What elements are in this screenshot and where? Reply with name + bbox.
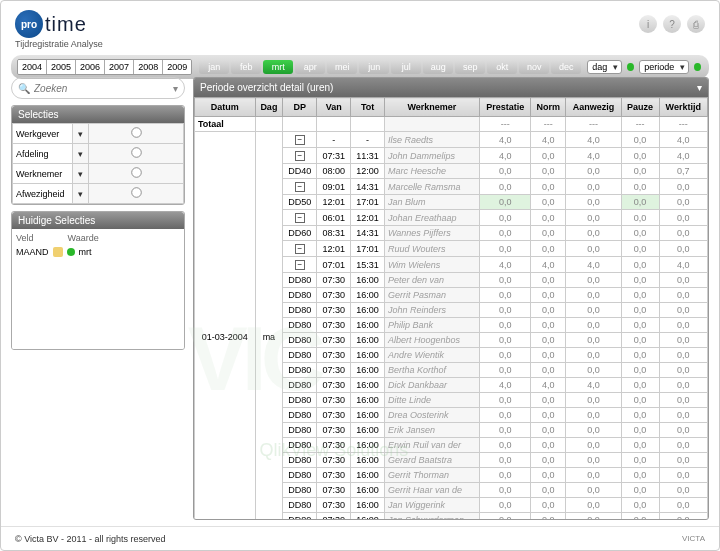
collapse-icon[interactable]: − [295,260,305,270]
month-aug[interactable]: aug [423,60,453,74]
collapse-icon[interactable]: − [295,135,305,145]
radio-Afdeling[interactable] [89,144,184,164]
help-icon[interactable]: ? [663,15,681,33]
werktijd: 0,0 [659,226,708,241]
prestatie: 0,0 [479,273,530,288]
month-mei[interactable]: mei [327,60,357,74]
werktijd: 0,0 [659,498,708,513]
year-2005[interactable]: 2005 [47,60,76,74]
aanwezig: 0,0 [566,483,621,498]
col-Werktijd[interactable]: Werktijd [659,98,708,117]
collapse-icon[interactable]: − [295,182,305,192]
col-Aanwezig[interactable]: Aanwezig [566,98,621,117]
period-dropdown[interactable]: periode [639,60,689,74]
month-jun[interactable]: jun [359,60,389,74]
employee-name: Albert Hoogenbos [384,333,479,348]
search-box[interactable]: 🔍 ▾ [11,77,185,99]
tot-cell: 16:00 [351,453,385,468]
sel-Afwezigheid[interactable]: Afwezigheid [13,184,73,204]
selecties-panel: Selecties Werkgever▾Afdeling▾Werknemer▾A… [11,105,185,205]
col-veld: Veld [16,233,34,243]
col-Van[interactable]: Van [317,98,351,117]
dropdown-icon[interactable]: ▾ [73,164,89,184]
dropdown-icon[interactable]: ▾ [73,144,89,164]
table-row[interactable]: 01-03-2004ma−--Ilse Raedts4,04,04,00,04,… [195,132,708,148]
dropdown-icon[interactable]: ▾ [173,83,178,94]
dp-cell: DD40 [283,164,317,179]
month-jul[interactable]: jul [391,60,421,74]
view-mode-dropdown[interactable]: dag [587,60,622,74]
month-jan[interactable]: jan [199,60,229,74]
dropdown-icon[interactable]: ▾ [73,124,89,144]
radio-Afwezigheid[interactable] [89,184,184,204]
month-okt[interactable]: okt [487,60,517,74]
dp-cell: − [283,241,317,257]
panel-menu-icon[interactable]: ▾ [697,82,702,93]
dropdown-icon[interactable]: ▾ [73,184,89,204]
tot-cell: 16:00 [351,288,385,303]
pauze: 0,0 [621,333,659,348]
col-Werknemer[interactable]: Werknemer [384,98,479,117]
month-dec[interactable]: dec [551,60,581,74]
prestatie: 0,0 [479,468,530,483]
logo-badge: pro [15,10,43,38]
collapse-icon[interactable]: − [295,213,305,223]
col-Prestatie[interactable]: Prestatie [479,98,530,117]
veld-value: MAAND [16,247,49,257]
month-nov[interactable]: nov [519,60,549,74]
aanwezig: 4,0 [566,132,621,148]
collapse-icon[interactable]: − [295,244,305,254]
collapse-icon[interactable]: − [295,151,305,161]
norm: 4,0 [531,378,566,393]
prestatie: 0,0 [479,195,530,210]
werktijd: 4,0 [659,132,708,148]
col-Pauze[interactable]: Pauze [621,98,659,117]
year-2008[interactable]: 2008 [134,60,163,74]
col-Dag[interactable]: Dag [255,98,282,117]
van-cell: 07:30 [317,423,351,438]
col-Tot[interactable]: Tot [351,98,385,117]
sel-Afdeling[interactable]: Afdeling [13,144,73,164]
aanwezig: 0,0 [566,393,621,408]
green-dot-icon [67,248,75,256]
year-2009[interactable]: 2009 [163,60,192,74]
norm: 0,0 [531,273,566,288]
prestatie: 0,0 [479,498,530,513]
col-Datum[interactable]: Datum [195,98,256,117]
status-dot [694,63,701,71]
col-Norm[interactable]: Norm [531,98,566,117]
footer: © Victa BV - 2011 - all rights reserved … [1,526,719,550]
werktijd: 0,0 [659,483,708,498]
month-sep[interactable]: sep [455,60,485,74]
van-cell: 12:01 [317,195,351,210]
employee-name: Jan Schuurderman [384,513,479,520]
sel-Werkgever[interactable]: Werkgever [13,124,73,144]
prestatie: 0,0 [479,288,530,303]
radio-Werkgever[interactable] [89,124,184,144]
radio-Werknemer[interactable] [89,164,184,184]
col-DP[interactable]: DP [283,98,317,117]
prestatie: 0,0 [479,438,530,453]
tot-cell: 16:00 [351,438,385,453]
dag-cell: ma [255,132,282,520]
pauze: 0,0 [621,453,659,468]
month-apr[interactable]: apr [295,60,325,74]
pauze: 0,0 [621,513,659,520]
van-cell: 07:30 [317,378,351,393]
print-icon[interactable]: ⎙ [687,15,705,33]
search-input[interactable] [34,83,173,94]
month-mrt[interactable]: mrt [263,60,293,74]
employee-name: Ditte Linde [384,393,479,408]
prestatie: 4,0 [479,257,530,273]
werktijd: 0,0 [659,438,708,453]
info-icon[interactable]: i [639,15,657,33]
werktijd: 0,0 [659,195,708,210]
month-feb[interactable]: feb [231,60,261,74]
werktijd: 0,0 [659,378,708,393]
year-2004[interactable]: 2004 [18,60,47,74]
year-2007[interactable]: 2007 [105,60,134,74]
van-cell: 09:01 [317,179,351,195]
sel-Werknemer[interactable]: Werknemer [13,164,73,184]
year-2006[interactable]: 2006 [76,60,105,74]
pauze: 0,0 [621,378,659,393]
